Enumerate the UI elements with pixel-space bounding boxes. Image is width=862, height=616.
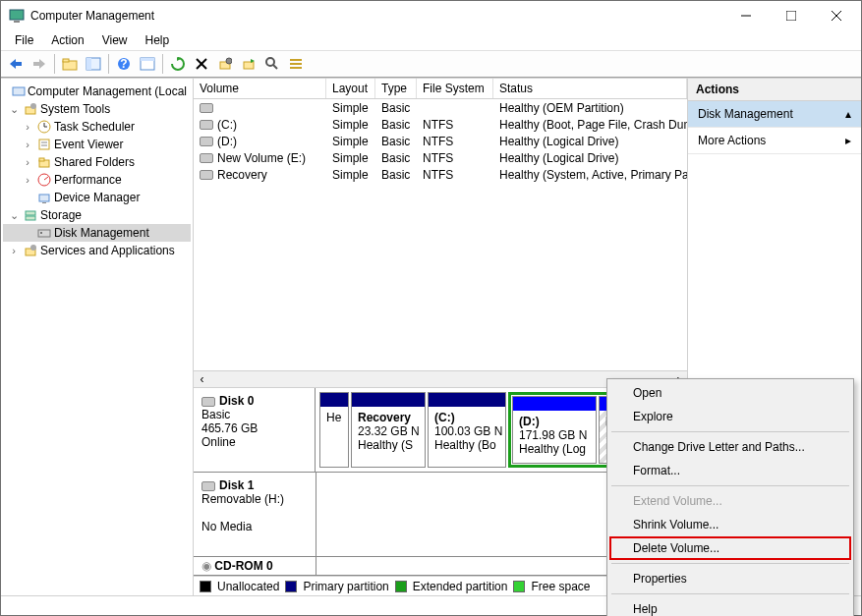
ctx-change-drive-letter[interactable]: Change Drive Letter and Paths... xyxy=(609,435,851,459)
svg-rect-25 xyxy=(290,67,302,69)
svg-text:?: ? xyxy=(120,57,127,71)
ctx-explore[interactable]: Explore xyxy=(609,405,851,428)
help-button[interactable]: ? xyxy=(113,53,135,75)
menu-view[interactable]: View xyxy=(94,31,136,49)
chevron-right-icon: ▸ xyxy=(845,134,851,147)
svg-point-44 xyxy=(40,232,42,234)
partition[interactable]: He xyxy=(319,392,349,468)
tree-event-viewer[interactable]: ›Event Viewer xyxy=(3,136,191,153)
svg-rect-39 xyxy=(39,195,49,201)
tree-performance[interactable]: ›Performance xyxy=(3,171,191,189)
list-button[interactable] xyxy=(285,53,307,75)
legend-swatch-unallocated xyxy=(200,581,211,592)
properties-button[interactable] xyxy=(137,53,158,75)
col-filesystem[interactable]: File System xyxy=(417,79,493,98)
partition-d[interactable]: (D:)171.98 GB NHealthy (Log xyxy=(512,396,597,464)
legend-label: Unallocated xyxy=(217,580,279,593)
actions-header: Actions xyxy=(688,79,861,101)
maximize-button[interactable] xyxy=(769,1,814,30)
window-title: Computer Management xyxy=(30,9,723,23)
tree-system-tools[interactable]: ⌄System Tools xyxy=(3,100,191,118)
up-button[interactable] xyxy=(59,53,81,75)
svg-rect-40 xyxy=(42,202,46,203)
volume-list-header[interactable]: Volume Layout Type File System Status xyxy=(194,79,687,99)
volume-list[interactable]: Volume Layout Type File System Status Si… xyxy=(194,79,687,370)
drive-icon xyxy=(200,137,213,146)
tree-services-apps[interactable]: ›Services and Applications xyxy=(3,242,191,259)
volume-row[interactable]: SimpleBasicHealthy (OEM Partition) xyxy=(194,99,687,116)
legend-label: Primary partition xyxy=(303,580,388,593)
volume-row[interactable]: New Volume (E:)SimpleBasicNTFSHealthy (L… xyxy=(194,149,687,166)
svg-rect-15 xyxy=(141,58,154,61)
drive-icon xyxy=(200,103,213,113)
tree-device-manager[interactable]: Device Manager xyxy=(3,189,191,206)
ctx-delete-volume[interactable]: Delete Volume... xyxy=(609,536,851,560)
disk1-info[interactable]: Disk 1 Removable (H:) No Media xyxy=(194,473,316,556)
actions-more[interactable]: More Actions▸ xyxy=(688,128,861,154)
partition[interactable]: Recovery23.32 GB NHealthy (S xyxy=(351,392,426,468)
tree-root[interactable]: Computer Management (Local xyxy=(3,83,191,100)
svg-point-21 xyxy=(266,58,274,66)
legend-label: Extended partition xyxy=(413,580,508,593)
volume-row[interactable]: (C:)SimpleBasicNTFSHealthy (Boot, Page F… xyxy=(194,116,687,133)
col-layout[interactable]: Layout xyxy=(326,79,375,98)
partition[interactable]: (C:)100.03 GB NHealthy (Bo xyxy=(428,392,506,468)
titlebar[interactable]: Computer Management xyxy=(1,1,861,30)
drive-icon xyxy=(200,153,213,163)
app-icon xyxy=(9,8,25,24)
col-type[interactable]: Type xyxy=(375,79,417,98)
tree-task-scheduler[interactable]: ›Task Scheduler xyxy=(3,118,191,136)
svg-rect-32 xyxy=(39,140,49,149)
tree-disk-management[interactable]: Disk Management xyxy=(3,224,191,242)
ctx-open[interactable]: Open xyxy=(609,381,851,405)
ctx-help[interactable]: Help xyxy=(609,597,851,616)
svg-rect-24 xyxy=(290,63,302,65)
volume-row[interactable]: (D:)SimpleBasicNTFSHealthy (Logical Driv… xyxy=(194,133,687,149)
svg-rect-7 xyxy=(33,62,40,66)
close-button[interactable] xyxy=(814,1,859,30)
find-button[interactable] xyxy=(261,53,283,75)
show-hide-button[interactable] xyxy=(83,53,104,75)
tree-storage[interactable]: ⌄Storage xyxy=(3,206,191,224)
disk-icon xyxy=(201,481,215,491)
svg-point-28 xyxy=(30,103,36,109)
cdrom-info[interactable]: ◉ CD-ROM 0 xyxy=(194,557,316,575)
menu-file[interactable]: File xyxy=(7,31,41,49)
col-status[interactable]: Status xyxy=(493,79,687,98)
tree-shared-folders[interactable]: ›Shared Folders xyxy=(3,153,191,171)
legend-swatch-free xyxy=(513,581,525,592)
menu-help[interactable]: Help xyxy=(138,31,178,49)
drive-icon xyxy=(200,120,213,130)
action-button[interactable] xyxy=(238,53,259,75)
svg-rect-23 xyxy=(290,59,302,61)
disk-icon xyxy=(201,397,215,407)
context-menu: Open Explore Change Drive Letter and Pat… xyxy=(606,378,854,616)
svg-line-38 xyxy=(44,177,48,180)
back-button[interactable] xyxy=(5,53,27,75)
actions-disk-management[interactable]: Disk Management▴ xyxy=(688,101,861,128)
delete-button[interactable] xyxy=(191,53,212,75)
menu-action[interactable]: Action xyxy=(43,31,91,49)
svg-rect-11 xyxy=(86,58,91,70)
col-volume[interactable]: Volume xyxy=(194,79,326,98)
disk0-info[interactable]: Disk 0 Basic 465.76 GB Online xyxy=(194,388,316,472)
svg-rect-0 xyxy=(10,10,24,20)
menu-bar: File Action View Help xyxy=(1,30,861,50)
forward-button[interactable] xyxy=(29,53,50,75)
ctx-format[interactable]: Format... xyxy=(609,459,851,482)
legend-swatch-extended xyxy=(395,581,407,592)
svg-rect-20 xyxy=(244,62,254,69)
drive-icon xyxy=(200,170,213,180)
minimize-button[interactable] xyxy=(723,1,769,30)
ctx-extend-volume: Extend Volume... xyxy=(609,489,851,513)
settings-button[interactable] xyxy=(214,53,236,75)
svg-rect-36 xyxy=(39,158,44,161)
volume-row[interactable]: RecoverySimpleBasicNTFSHealthy (System, … xyxy=(194,166,687,183)
ctx-shrink-volume[interactable]: Shrink Volume... xyxy=(609,513,851,536)
refresh-button[interactable] xyxy=(167,53,189,75)
nav-tree[interactable]: Computer Management (Local ⌄System Tools… xyxy=(1,79,194,595)
svg-rect-3 xyxy=(786,11,796,21)
collapse-icon: ▴ xyxy=(845,107,851,121)
ctx-properties[interactable]: Properties xyxy=(609,567,851,590)
svg-rect-43 xyxy=(38,230,50,237)
